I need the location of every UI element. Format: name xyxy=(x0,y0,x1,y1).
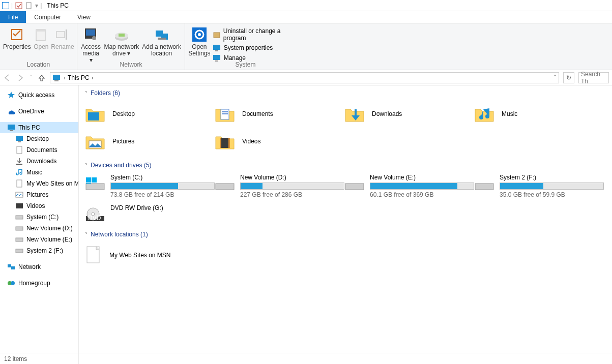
content-pane: ˅Folders (6) Desktop Documents Downloads… xyxy=(79,85,612,364)
drive-c[interactable]: System (C:)73.8 GB free of 214 GB xyxy=(85,174,215,198)
search-input[interactable]: Search Th xyxy=(578,72,609,83)
checkbox-icon[interactable] xyxy=(15,2,23,10)
svg-rect-26 xyxy=(8,125,15,130)
address-bar[interactable]: › This PC › ˅ xyxy=(50,72,559,83)
tab-view[interactable]: View xyxy=(69,11,99,23)
open-icon xyxy=(33,26,49,43)
drive-dvd[interactable]: DVD DVD RW Drive (G:) xyxy=(85,204,215,223)
tree-onedrive[interactable]: OneDrive xyxy=(0,106,78,117)
ribbon-group-system: Open Settings Uninstall or change a prog… xyxy=(185,23,306,70)
system-properties-button[interactable]: System properties xyxy=(213,44,301,52)
drive-stats: 73.8 GB free of 214 GB xyxy=(110,191,215,198)
tree-desktop[interactable]: Desktop xyxy=(0,133,78,144)
forward-icon[interactable] xyxy=(16,74,24,82)
properties-button[interactable]: Properties xyxy=(2,25,32,51)
svg-rect-8 xyxy=(86,29,95,36)
open-settings-button[interactable]: Open Settings xyxy=(187,25,212,58)
dropdown-caret[interactable]: ▾ xyxy=(35,2,38,9)
page-icon xyxy=(85,245,101,266)
drive-icon xyxy=(15,225,23,231)
svg-rect-28 xyxy=(16,136,23,141)
tab-computer[interactable]: Computer xyxy=(26,11,69,23)
tree-vol-e[interactable]: New Volume (E:) xyxy=(0,234,78,245)
address-dropdown-icon[interactable]: ˅ xyxy=(553,74,557,81)
folder-desktop[interactable]: Desktop xyxy=(85,102,215,126)
access-media-button[interactable]: Access media ▾ xyxy=(79,25,102,65)
svg-rect-30 xyxy=(17,146,22,154)
folder-pictures[interactable]: Pictures xyxy=(85,129,215,154)
uninstall-program-button[interactable]: Uninstall or change a program xyxy=(213,27,301,42)
system-list: Uninstall or change a program System pro… xyxy=(212,25,304,62)
drive-e[interactable]: New Volume (E:)60.1 GB free of 369 GB xyxy=(344,174,474,198)
add-network-location-button[interactable]: Add a network location xyxy=(140,25,183,58)
access-media-icon xyxy=(83,26,99,43)
tree-pictures[interactable]: Pictures xyxy=(0,189,78,200)
tree-network[interactable]: Network xyxy=(0,261,78,272)
tree-this-pc[interactable]: This PC xyxy=(0,122,78,133)
svg-rect-45 xyxy=(222,111,228,112)
map-network-drive-button[interactable]: Map network drive ▾ xyxy=(102,25,140,58)
drive-stats: 227 GB free of 286 GB xyxy=(240,191,344,198)
svg-rect-46 xyxy=(222,113,228,114)
usage-bar xyxy=(500,183,604,190)
tree-system-c[interactable]: System (C:) xyxy=(0,211,78,223)
refresh-button[interactable]: ↻ xyxy=(563,72,574,83)
svg-rect-49 xyxy=(220,138,221,148)
history-caret[interactable]: ˅ xyxy=(30,74,33,81)
breadcrumb-this-pc[interactable]: This PC xyxy=(68,74,90,81)
netloc-msn[interactable]: My Web Sites on MSN xyxy=(85,243,610,267)
section-network[interactable]: ˅Network locations (1) xyxy=(85,231,610,238)
tree-vol-d[interactable]: New Volume (D:) xyxy=(0,223,78,234)
tree-documents[interactable]: Documents xyxy=(0,144,78,156)
group-label-location: Location xyxy=(0,61,77,68)
svg-rect-32 xyxy=(17,180,22,187)
folder-music[interactable]: Music xyxy=(474,102,604,126)
tree-sys2-f[interactable]: System 2 (F:) xyxy=(0,245,78,256)
svg-rect-5 xyxy=(56,32,65,38)
chevron-down-icon: ˅ xyxy=(85,163,88,168)
folder-icon xyxy=(215,131,235,151)
dvd-icon: DVD xyxy=(85,204,105,223)
usage-bar xyxy=(370,183,474,190)
folder-downloads[interactable]: Downloads xyxy=(344,102,474,126)
svg-rect-39 xyxy=(8,264,11,267)
download-icon xyxy=(15,157,23,165)
rename-button: Rename xyxy=(50,25,75,51)
tree-quick-access[interactable]: Quick access xyxy=(0,89,78,101)
folder-videos[interactable]: Videos xyxy=(215,129,344,154)
drive-stats: 60.1 GB free of 369 GB xyxy=(370,191,474,198)
tree-my-web[interactable]: My Web Sites on M xyxy=(0,178,78,189)
svg-rect-29 xyxy=(18,141,21,142)
qa-sep: | xyxy=(11,2,13,9)
ribbon-group-location: Properties Open Rename Location xyxy=(0,23,77,70)
box-icon xyxy=(213,31,220,39)
network-icon xyxy=(7,263,15,271)
group-label-network: Network xyxy=(77,61,185,68)
status-bar: 12 items xyxy=(0,353,612,364)
tree-videos[interactable]: Videos xyxy=(0,200,78,211)
svg-rect-21 xyxy=(215,50,218,51)
star-icon xyxy=(7,91,15,99)
section-drives[interactable]: ˅Devices and drives (5) xyxy=(85,162,610,169)
breadcrumb-chev[interactable]: › xyxy=(64,74,66,81)
tree-homegroup[interactable]: Homegroup xyxy=(0,278,78,289)
up-icon[interactable] xyxy=(38,74,46,82)
drive-f[interactable]: System 2 (F:)35.0 GB free of 59.9 GB xyxy=(474,174,604,198)
tree-downloads[interactable]: Downloads xyxy=(0,156,78,167)
back-icon[interactable] xyxy=(3,74,11,82)
monitor-icon xyxy=(7,124,15,132)
section-folders[interactable]: ˅Folders (6) xyxy=(85,89,610,97)
drive-icon xyxy=(215,174,235,192)
address-bar-row: ˅ › This PC › ˅ ↻ Search Th xyxy=(0,70,612,85)
usage-bar xyxy=(240,183,344,190)
svg-rect-6 xyxy=(66,29,67,40)
drives-grid: System (C:)73.8 GB free of 214 GB New Vo… xyxy=(81,174,610,223)
drive-stats: 35.0 GB free of 59.9 GB xyxy=(500,191,604,198)
properties-icon xyxy=(9,26,25,43)
breadcrumb-chev2[interactable]: › xyxy=(92,74,94,81)
folder-documents[interactable]: Documents xyxy=(215,102,344,126)
drive-d[interactable]: New Volume (D:)227 GB free of 286 GB xyxy=(215,174,344,198)
svg-rect-22 xyxy=(213,55,220,60)
tree-music[interactable]: Music xyxy=(0,167,78,178)
tab-file[interactable]: File xyxy=(0,11,26,23)
